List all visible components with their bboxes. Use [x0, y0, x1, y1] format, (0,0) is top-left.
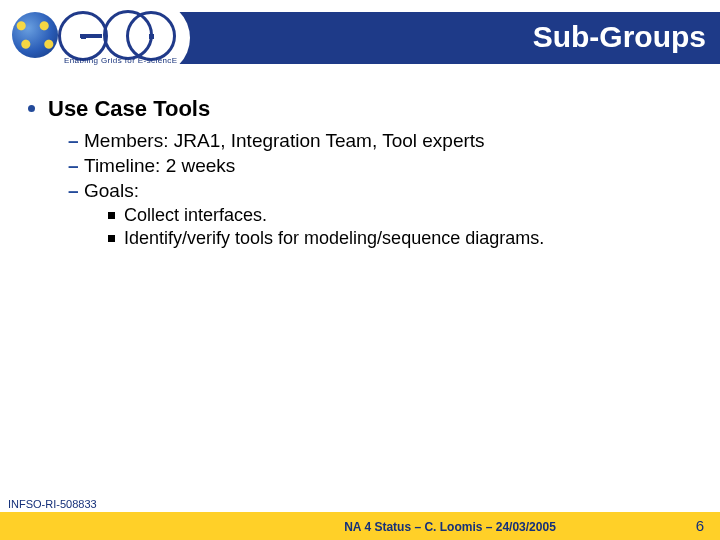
egee-logo: Enabling Grids for E-sciencE: [8, 6, 178, 68]
bullet-level3: Collect interfaces.: [108, 205, 700, 226]
bullet-level3: Identify/verify tools for modeling/seque…: [108, 228, 700, 249]
logo-tagline: Enabling Grids for E-sciencE: [64, 56, 177, 65]
topic-text: Use Case Tools: [48, 96, 210, 121]
slide: Sub-Groups Enabling Grids for E-sciencE …: [0, 0, 720, 540]
logo-container: Enabling Grids for E-sciencE: [0, 0, 190, 76]
page-number: 6: [696, 517, 704, 534]
square-bullet-icon: [108, 235, 115, 242]
footer-reference: INFSO-RI-508833: [8, 498, 97, 510]
dash-bullet-icon: –: [68, 130, 79, 152]
square-bullet-icon: [108, 212, 115, 219]
bullet-level2: – Goals:: [68, 180, 700, 202]
footer-status: NA 4 Status – C. Loomis – 24/03/2005: [0, 520, 720, 534]
dash-bullet-icon: –: [68, 180, 79, 202]
bullet-level1: Use Case Tools: [28, 96, 700, 122]
timeline-text: Timeline: 2 weeks: [84, 155, 235, 176]
goal-text: Identify/verify tools for modeling/seque…: [124, 228, 544, 248]
members-text: Members: JRA1, Integration Team, Tool ex…: [84, 130, 485, 151]
slide-title: Sub-Groups: [533, 20, 706, 54]
footer-status-text: NA 4 Status – C. Loomis – 24/03/2005: [344, 520, 556, 534]
footer-bar: NA 4 Status – C. Loomis – 24/03/2005 6: [0, 512, 720, 540]
logo-letter-g-bar: [80, 34, 102, 38]
bullet-level2: – Members: JRA1, Integration Team, Tool …: [68, 130, 700, 152]
bullet-level2: – Timeline: 2 weeks: [68, 155, 700, 177]
globe-icon: [12, 12, 58, 58]
slide-body: Use Case Tools – Members: JRA1, Integrat…: [28, 86, 700, 251]
disc-bullet-icon: [28, 105, 35, 112]
logo-letter-e: [126, 11, 176, 61]
goal-text: Collect interfaces.: [124, 205, 267, 225]
goals-label: Goals:: [84, 180, 139, 201]
dash-bullet-icon: –: [68, 155, 79, 177]
